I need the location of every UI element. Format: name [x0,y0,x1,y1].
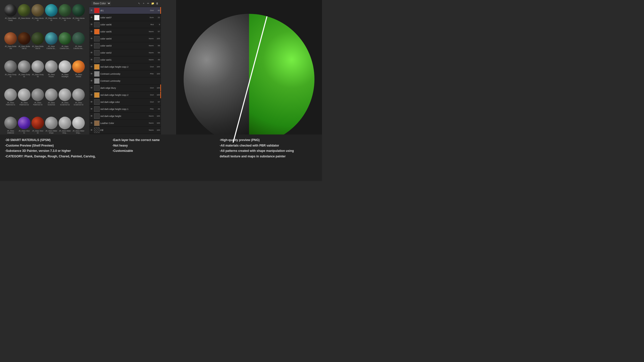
material-sphere-glass-scratched [45,88,58,101]
layer-blend-mode-17: Norm [147,129,154,131]
layers-list: 👁dr1Ovrl80👁color var07Scrn22👁color var06… [89,7,161,148]
layer-visibility-icon-10[interactable]: 👁 [90,79,93,82]
material-item-glass-blocks[interactable]: JR_Glass blocks [18,4,31,32]
material-sphere-glass-water-drops [45,117,58,129]
layer-name-9: Contrast Luminosity [100,73,147,75]
material-item-glass-blocks05[interactable]: JR_Glass blocks 05 [72,4,85,32]
layer-opacity-0: 80 [154,9,160,12]
layer-visibility-icon-2[interactable]: 👁 [90,23,93,26]
layer-blend-mode-7: Norm [147,59,154,61]
material-item-glass-heated[interactable]: JR_Glass Heated [72,60,85,88]
material-item-glass-dusty03[interactable]: JR_Glass Dusty 03 [31,60,44,88]
layer-visibility-icon-1[interactable]: 👁 [90,16,93,19]
material-item-glass-bottle-old[interactable]: JR_Glass Bottle Old [4,32,17,60]
layer-row-6[interactable]: 👁color var02Norm59 [89,49,161,56]
add-icon[interactable]: + [142,2,145,5]
material-item-glass-patterned02[interactable]: JR_Glass Patterned 02 [18,88,31,116]
layer-row-4[interactable]: 👁color var04Norm100 [89,35,161,42]
material-item-glass-black-dusty[interactable]: JR_Glass Black Dusty [4,4,17,32]
layer-thumb-14 [94,106,100,112]
layer-row-5[interactable]: 👁color var03Norm59 [89,42,161,49]
material-label-glass-patterned02: JR_Glass Patterned 02 [18,102,30,106]
material-item-glass-colored-du[interactable]: JR_Glass Colored Du... [45,32,58,60]
layer-name-7: color var01 [100,59,147,61]
layer-row-13[interactable]: 👁red dark edge colorOvrl57 [89,99,161,106]
layer-row-2[interactable]: 👁color var06Mul9 [89,21,161,28]
material-item-glass-blocks03[interactable]: JR_Glass blocks 03 [45,4,58,32]
material-label-glass-scratched: JR_Glass Scratched [45,102,58,106]
sphere-green-half [249,14,314,145]
material-label-glass-dusty02: JR_Glass Dusty 02 [18,74,30,78]
layer-row-0[interactable]: 👁dr1Ovrl80 [89,7,161,14]
layer-row-7[interactable]: 👁color var01Norm49 [89,56,161,63]
layer-visibility-icon-12[interactable]: 👁 [90,94,93,97]
material-item-glass-scratched[interactable]: JR_Glass Scratched [45,88,58,116]
layer-thumb-10 [94,78,100,84]
layer-blend-mode-14: Pthr [147,108,154,110]
layer-visibility-icon-11[interactable]: 👁 [90,86,93,89]
layer-row-15[interactable]: 👁red dark edge heightNorm100 [89,113,161,120]
material-item-glass-blocks04[interactable]: JR_Glass blocks 04 [58,4,71,32]
layer-row-3[interactable]: 👁color var05Norm57 [89,28,161,35]
material-sphere-glass-headlight [59,60,71,73]
layer-visibility-icon-3[interactable]: 👁 [90,30,93,33]
layer-visibility-icon-14[interactable]: 👁 [90,108,93,111]
layer-visibility-icon-0[interactable]: 👁 [90,9,93,12]
layer-row-1[interactable]: 👁color var07Scrn22 [89,14,161,21]
material-label-glass-bottle-old: JR_Glass Bottle Old [4,46,17,50]
layer-visibility-icon-4[interactable]: 👁 [90,37,93,40]
material-sphere-glass-blocks05 [72,4,85,17]
material-item-glass-bottle-old02[interactable]: JR_Glass Bottle Old 02 [18,32,31,60]
feature-text: -Each layer has the correct name [112,138,210,143]
cursor-icon[interactable]: ↖ [137,2,141,5]
material-item-glass-colored-gre[interactable]: JR_Glass Colored Gre... [58,32,71,60]
material-item-glass-bottle-old03[interactable]: JR_Glass Bottle Old 03 [31,32,44,60]
layer-visibility-icon-9[interactable]: 👁 [90,72,93,75]
feature-text: -Customizable [112,148,210,154]
material-item-glass-scratched03[interactable]: JR_Glass Scratched 03 [72,88,85,116]
layer-visibility-icon-5[interactable]: 👁 [90,44,93,47]
material-item-glass-dusty01[interactable]: JR_Glass Dusty 01 [4,60,17,88]
material-item-glass-colored-sha[interactable]: JR_Glass Colored sha... [72,32,85,60]
material-label-glass-black-dusty: JR_Glass Black Dusty [4,17,17,21]
layer-opacity-16: 100 [154,122,160,124]
layer-visibility-icon-6[interactable]: 👁 [90,51,93,54]
material-label-glass-heated: JR_Glass Heated [72,74,85,78]
layer-visibility-icon-17[interactable]: 👁 [90,129,93,132]
layer-visibility-icon-7[interactable]: 👁 [90,58,93,61]
layer-opacity-14: 44 [154,108,160,110]
layer-row-16[interactable]: 👁Leather ColorNorm100 [89,120,161,127]
folder-icon[interactable]: 📁 [151,2,154,5]
material-item-glass-patterned01[interactable]: JR_Glass Patterned 01 [4,88,17,116]
layer-row-14[interactable]: 👁red dark edge height copy 1Pthr44 [89,106,161,113]
layer-row-12[interactable]: 👁red dark edge height copy 2Ovrl100 [89,92,161,99]
material-item-glass-patterned03[interactable]: JR_Glass Patterned 03 [31,88,44,116]
material-sphere-glass-colored-du [45,32,58,45]
material-item-glass-frozen[interactable]: JR_Glass Frozen [45,60,58,88]
layer-row-17[interactable]: 👁FillNorm100 [89,127,161,134]
material-label-glass-visor01: JR_Glass Visor 01 [18,130,30,134]
layer-thumb-11 [94,85,100,91]
layer-row-11[interactable]: 👁dark edge bluryOvrl100 [89,84,161,92]
trash-icon[interactable]: 🗑 [155,2,159,5]
channel-dropdown[interactable]: Base Color [91,1,111,6]
layer-blend-mode-5: Norm [147,44,154,47]
layer-visibility-icon-8[interactable]: 👁 [90,65,93,68]
material-sphere-glass-water-drop3 [72,117,85,129]
material-item-glass-dusty02[interactable]: JR_Glass Dusty 02 [18,60,31,88]
layer-row-10[interactable]: 👁Contrast Luminosity [89,77,161,84]
material-item-glass-scratched02[interactable]: JR_Glass Scratched 02 [58,88,71,116]
material-label-glass-blocks05: JR_Glass blocks 05 [72,17,85,21]
material-item-glass-headlight[interactable]: JR_Glass Headlight [58,60,71,88]
material-label-glass-colored-sha: JR_Glass Colored sha... [72,46,85,50]
layer-row-8[interactable]: 👁red dark edge height copy 2Ovrl100 [89,63,161,70]
material-item-glass-blocks02[interactable]: JR_Glass blocks 02 [31,4,44,32]
layer-name-1: color var07 [100,16,147,19]
layer-row-9[interactable]: 👁Contrast LuminosityPthr100 [89,70,161,77]
layer-visibility-icon-13[interactable]: 👁 [90,101,93,104]
layer-visibility-icon-16[interactable]: 👁 [90,122,93,125]
layer-thumb-5 [94,43,100,49]
paint-icon[interactable]: ✏ [146,2,150,5]
layer-visibility-icon-15[interactable]: 👁 [90,115,93,118]
layer-name-5: color var03 [100,44,147,47]
